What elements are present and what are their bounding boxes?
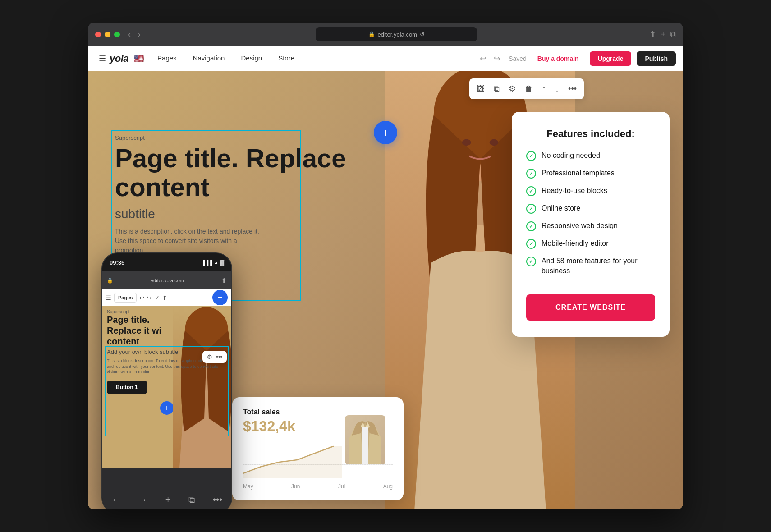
- publish-button[interactable]: Publish: [637, 51, 676, 66]
- address-text: editor.yola.com: [378, 31, 417, 38]
- nav-store[interactable]: Store: [270, 46, 303, 71]
- app-toolbar: ☰ yola 🇺🇸 Pages Navigation Design Store …: [88, 46, 683, 71]
- phone-button-1[interactable]: Button 1: [107, 381, 147, 394]
- feature-label-2: Professional templates: [542, 168, 615, 178]
- phone-context-menu: ⚙ •••: [202, 351, 227, 363]
- svg-point-2: [462, 139, 471, 146]
- signal-icon: ▐▐▐: [202, 260, 212, 265]
- undo-button[interactable]: ↩: [477, 51, 489, 66]
- browser-nav-arrows: ‹ ›: [125, 28, 143, 41]
- page-description[interactable]: This is a description, click on the text…: [115, 227, 259, 255]
- check-icon-7: [526, 257, 536, 266]
- phone-home-indicator: [149, 509, 185, 509]
- sales-label-may: May: [243, 483, 253, 490]
- fullscreen-traffic-light[interactable]: [114, 32, 120, 37]
- phone-check[interactable]: ✓: [155, 294, 160, 301]
- svg-marker-7: [243, 446, 342, 478]
- saved-status: Saved: [509, 55, 527, 62]
- browser-back-button[interactable]: ‹: [125, 28, 133, 41]
- plus-icon: +: [382, 126, 389, 140]
- phone-status-icons: ▐▐▐ ▲ ▓: [202, 260, 224, 265]
- phone-add-button[interactable]: +: [212, 290, 228, 305]
- sales-label-jul: Jul: [338, 483, 345, 490]
- feature-item-2: Professional templates: [526, 168, 655, 179]
- ft-more-button[interactable]: •••: [566, 83, 578, 96]
- share-button[interactable]: ⬆: [649, 29, 656, 39]
- reload-icon: ↺: [420, 31, 425, 38]
- nav-navigation[interactable]: Navigation: [185, 46, 233, 71]
- buy-domain-button[interactable]: Buy a domain: [532, 51, 584, 66]
- phone-pages-button[interactable]: Pages: [114, 293, 137, 303]
- phone-editor-area: ⚙ •••: [102, 306, 231, 468]
- features-title: Features included:: [526, 128, 655, 140]
- phone-toolbar: ☰ Pages ↩ ↪ ✓ ⬆ +: [102, 289, 231, 306]
- floating-toolbar: 🖼 ⧉ ⚙ 🗑 ↑ ↓ •••: [469, 78, 584, 99]
- browser-forward-button[interactable]: ›: [135, 28, 143, 41]
- phone-superscript-label: Superscript: [107, 309, 227, 314]
- features-card: Features included: No coding needed Prof…: [512, 112, 670, 337]
- phone-forward-button[interactable]: →: [138, 495, 147, 505]
- phone-cm-more[interactable]: •••: [216, 353, 222, 360]
- toolbar-nav: Pages Navigation Design Store: [149, 46, 303, 71]
- wifi-icon: ▲: [214, 260, 219, 265]
- check-icon-3: [526, 186, 536, 196]
- phone-hamburger[interactable]: ☰: [106, 294, 111, 301]
- feature-label-6: Mobile-friendly editor: [542, 238, 609, 248]
- phone-tabs-button[interactable]: ⧉: [188, 495, 195, 505]
- editor-content: 🖼 ⧉ ⚙ 🗑 ↑ ↓ ••• + Superscript Page title…: [88, 71, 683, 509]
- feature-label-1: No coding needed: [542, 151, 600, 161]
- phone-mini-add-button[interactable]: +: [160, 401, 174, 415]
- page-subtitle[interactable]: subtitle: [115, 207, 346, 221]
- ft-settings-button[interactable]: ⚙: [507, 82, 518, 96]
- phone-page-title[interactable]: Page title.Replace it wicontent: [107, 314, 227, 347]
- feature-label-7: And 58 more features for your business: [542, 256, 655, 276]
- phone-address-bar: 🔒 editor.yola.com ⬆: [102, 271, 231, 289]
- feature-label-4: Online store: [542, 203, 580, 213]
- feature-item-1: No coding needed: [526, 151, 655, 161]
- phone-undo[interactable]: ↩: [139, 294, 144, 301]
- phone-screen: 🔒 editor.yola.com ⬆ ☰ Pages ↩ ↪ ✓ ⬆ +: [102, 271, 231, 486]
- feature-label-3: Ready-to-use blocks: [542, 186, 607, 196]
- ft-up-button[interactable]: ↑: [540, 83, 548, 96]
- redo-button[interactable]: ↪: [491, 51, 503, 66]
- phone-time: 09:35: [110, 259, 124, 266]
- create-website-button[interactable]: CREATE WEBSITE: [526, 294, 655, 321]
- phone-menu-button[interactable]: •••: [213, 495, 222, 505]
- mobile-phone: 09:35 ▐▐▐ ▲ ▓ 🔒 editor.yola.com ⬆ ☰: [101, 252, 232, 509]
- feature-item-7: And 58 more features for your business: [526, 256, 655, 276]
- ft-image-button[interactable]: 🖼: [475, 83, 486, 96]
- phone-back-button[interactable]: ←: [111, 495, 120, 505]
- superscript-label: Superscript: [115, 134, 346, 141]
- yola-logo: yola: [110, 53, 128, 64]
- browser-chrome: ‹ › 🔒 editor.yola.com ↺ ⬆ + ⧉: [88, 23, 683, 46]
- sales-label-aug: Aug: [383, 483, 393, 490]
- page-title[interactable]: Page title. Replacecontent: [115, 144, 346, 202]
- ft-down-button[interactable]: ↓: [553, 83, 561, 96]
- close-traffic-light[interactable]: [95, 32, 101, 37]
- nav-pages[interactable]: Pages: [149, 46, 185, 71]
- add-section-button[interactable]: +: [374, 121, 397, 144]
- check-icon-2: [526, 169, 536, 179]
- phone-address-text: editor.yola.com: [117, 278, 218, 283]
- hamburger-menu-button[interactable]: ☰: [95, 50, 110, 67]
- ft-delete-button[interactable]: 🗑: [523, 83, 535, 96]
- traffic-lights: [95, 32, 120, 37]
- phone-cm-settings[interactable]: ⚙: [207, 353, 212, 360]
- phone-share[interactable]: ⬆: [162, 294, 167, 301]
- ft-copy-button[interactable]: ⧉: [492, 83, 501, 96]
- upgrade-button[interactable]: Upgrade: [590, 51, 632, 66]
- check-icon-1: [526, 151, 536, 161]
- minimize-traffic-light[interactable]: [105, 32, 110, 37]
- feature-item-3: Ready-to-use blocks: [526, 186, 655, 196]
- phone-redo[interactable]: ↪: [147, 294, 152, 301]
- svg-point-3: [490, 139, 498, 146]
- tabs-button[interactable]: ⧉: [670, 30, 676, 39]
- sales-label-jun: Jun: [291, 483, 300, 490]
- address-bar[interactable]: 🔒 editor.yola.com ↺: [316, 27, 477, 41]
- check-icon-4: [526, 204, 536, 214]
- new-tab-button[interactable]: +: [661, 30, 665, 39]
- sales-chart-labels: May Jun Jul Aug: [243, 483, 393, 490]
- nav-design[interactable]: Design: [233, 46, 270, 71]
- lock-icon: 🔒: [368, 31, 375, 37]
- phone-new-tab-button[interactable]: +: [165, 495, 171, 505]
